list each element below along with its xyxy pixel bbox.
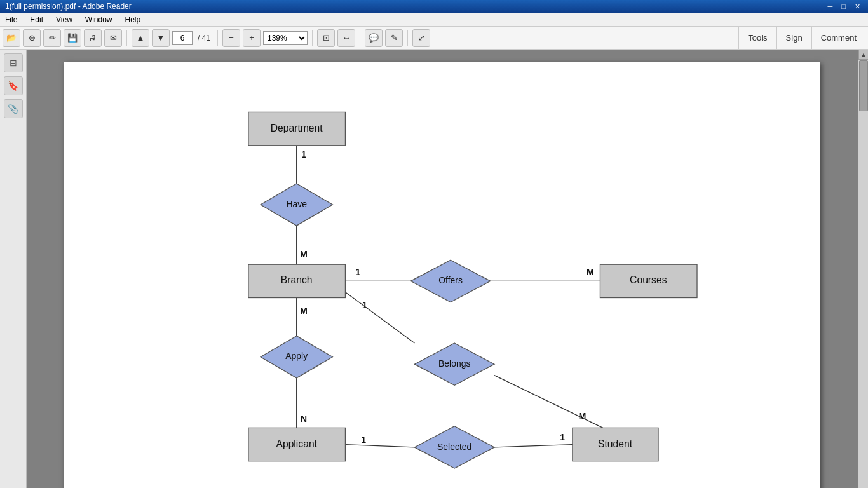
titlebar-controls[interactable]: ─ □ ✕	[825, 3, 863, 11]
line-belongs-student	[494, 376, 603, 428]
card-m-branch-apply: M	[300, 306, 308, 316]
fullscreen-button[interactable]: ⤢	[412, 29, 430, 47]
fit-width-button[interactable]: ↔	[337, 29, 355, 47]
print-button[interactable]: 🖨	[84, 29, 102, 47]
card-n-apply-applicant: N	[301, 414, 307, 424]
card-m-have-branch: M	[300, 249, 308, 259]
rel-belongs-label: Belongs	[438, 358, 470, 369]
right-buttons: Tools Sign Comment	[738, 27, 865, 50]
edit-button[interactable]: ✏	[43, 29, 61, 47]
comment-bubble-button[interactable]: 💬	[365, 29, 383, 47]
page-total: / 41	[195, 34, 213, 43]
separator-3	[312, 30, 313, 46]
zoom-out-button[interactable]: −	[222, 29, 240, 47]
card-m-belongs-student: M	[579, 411, 587, 421]
save-button[interactable]: 💾	[64, 29, 81, 47]
menu-file[interactable]: File	[3, 14, 20, 25]
separator-4	[360, 30, 360, 46]
line-selected-student	[494, 445, 573, 447]
maximize-button[interactable]: □	[839, 3, 848, 11]
card-1-branch-belongs: 1	[362, 300, 367, 310]
bookmark-button[interactable]: 🔖	[4, 76, 23, 95]
menu-edit[interactable]: Edit	[27, 14, 46, 25]
rel-offers-label: Offers	[438, 275, 463, 285]
menu-window[interactable]: Window	[83, 14, 115, 25]
card-1-applicant-selected: 1	[361, 435, 366, 445]
next-page-button[interactable]: ▼	[152, 29, 170, 47]
scroll-up-arrow[interactable]: ▲	[858, 50, 868, 60]
comment-button[interactable]: Comment	[811, 27, 865, 50]
email-button[interactable]: ✉	[104, 29, 122, 47]
main-area: ⊟ 🔖 📎	[0, 50, 868, 488]
rel-selected-label: Selected	[437, 442, 471, 452]
separator-2	[217, 30, 218, 46]
open-button[interactable]: 📂	[3, 29, 20, 47]
card-1-branch-offers: 1	[356, 267, 361, 277]
titlebar-title: 1(full permission).pdf - Adobe Reader	[5, 2, 132, 11]
menubar: File Edit View Window Help	[0, 13, 868, 27]
pdf-content: Department Branch Courses Applicant Stud…	[27, 50, 858, 488]
entity-applicant-label: Applicant	[276, 438, 317, 449]
zoom-in-button[interactable]: +	[243, 29, 261, 47]
card-1-dept-have: 1	[301, 149, 306, 159]
entity-department-label: Department	[271, 123, 323, 133]
tools-button[interactable]: Tools	[738, 27, 776, 50]
rel-have-label: Have	[286, 199, 307, 209]
sign-button[interactable]: Sign	[776, 27, 811, 50]
toolbar: 📂 ⊕ ✏ 💾 🖨 ✉ ▲ ▼ / 41 − + 139% 100% 75% 5…	[0, 27, 868, 50]
page-input[interactable]	[172, 31, 193, 45]
rel-apply-label: Apply	[285, 351, 308, 361]
markup-button[interactable]: ✎	[385, 29, 403, 47]
card-m-offers-courses: M	[587, 267, 594, 277]
er-diagram: Department Branch Courses Applicant Stud…	[64, 62, 820, 488]
close-button[interactable]: ✕	[852, 3, 863, 11]
line-applicant-selected	[345, 445, 414, 447]
menu-view[interactable]: View	[53, 14, 75, 25]
line-branch-belongs	[345, 292, 414, 343]
thumbnail-button[interactable]: ⊟	[4, 53, 23, 72]
minimize-button[interactable]: ─	[825, 3, 836, 11]
separator-1	[126, 30, 127, 46]
left-sidebar: ⊟ 🔖 📎	[0, 50, 27, 488]
entity-student-label: Student	[598, 438, 633, 449]
menu-help[interactable]: Help	[123, 14, 144, 25]
scroll-thumb[interactable]	[859, 60, 868, 111]
titlebar: 1(full permission).pdf - Adobe Reader ─ …	[0, 0, 868, 13]
attachment-button[interactable]: 📎	[4, 99, 23, 118]
fit-page-button[interactable]: ⊡	[317, 29, 335, 47]
separator-5	[407, 30, 408, 46]
prev-page-button[interactable]: ▲	[132, 29, 149, 47]
pdf-page: Department Branch Courses Applicant Stud…	[64, 62, 820, 488]
card-1-selected-student: 1	[560, 432, 565, 442]
entity-branch-label: Branch	[281, 274, 313, 285]
entity-courses-label: Courses	[630, 274, 667, 285]
recent-button[interactable]: ⊕	[23, 29, 41, 47]
scrollbar[interactable]: ▲	[858, 50, 868, 488]
zoom-select[interactable]: 139% 100% 75% 50% Fit Page	[263, 31, 308, 45]
